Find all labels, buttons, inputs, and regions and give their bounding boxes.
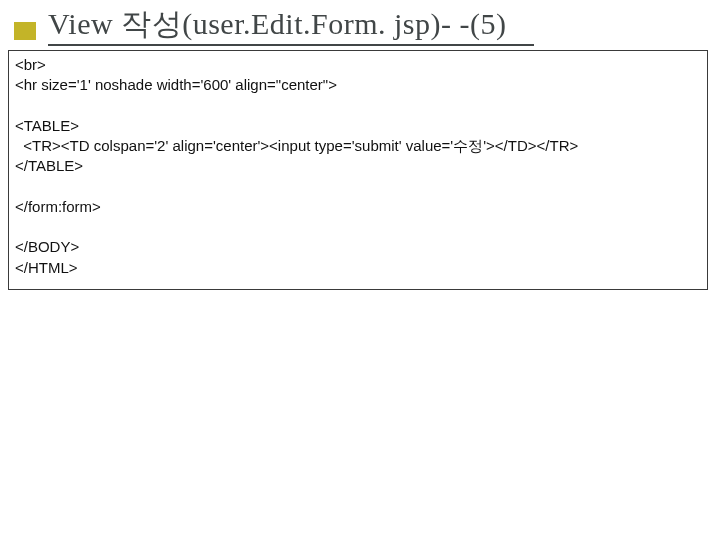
slide: View 작성(user.Edit.Form. jsp)- -(5) <br> … xyxy=(0,0,720,540)
accent-bar xyxy=(14,22,36,40)
code-box: <br> <hr size='1' noshade width='600' al… xyxy=(8,50,708,290)
code-line: <br> xyxy=(15,56,46,73)
code-line: <TR><TD colspan='2' align='center'><inpu… xyxy=(15,137,578,154)
code-line: </TABLE> xyxy=(15,157,83,174)
code-line: </HTML> xyxy=(15,259,78,276)
slide-title: View 작성(user.Edit.Form. jsp)- -(5) xyxy=(48,4,506,45)
code-line: <hr size='1' noshade width='600' align="… xyxy=(15,76,337,93)
code-line: </BODY> xyxy=(15,238,79,255)
code-line: <TABLE> xyxy=(15,117,79,134)
code-line: </form:form> xyxy=(15,198,101,215)
title-underline xyxy=(48,44,534,46)
